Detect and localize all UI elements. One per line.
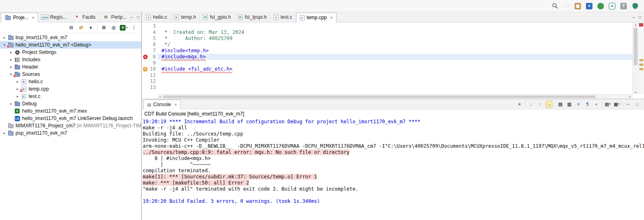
previous-error-icon[interactable]: ↑ bbox=[536, 101, 543, 108]
editor-tab-fsl-lpspi-h[interactable]: fhfsl_lpspi.h bbox=[235, 12, 270, 22]
warning-overview-marker[interactable] bbox=[640, 68, 643, 70]
console-text: "make -r -j4 all" terminated with exit c… bbox=[143, 186, 358, 192]
tab-console[interactable]: ▤ Console × bbox=[144, 100, 181, 109]
console-error-link[interactable]: make[1]: *** [Sources/subdir.mk:37: Sour… bbox=[143, 174, 317, 180]
expand-arrow-icon[interactable]: ▸ bbox=[2, 131, 7, 135]
minimize-icon[interactable]: ─ bbox=[632, 15, 635, 20]
console-error-link[interactable]: make: *** [makefile:50: all] Error 2 bbox=[143, 180, 249, 186]
editor-tab-hello-c[interactable]: chello.c bbox=[143, 12, 171, 22]
tree-item[interactable]: ▸Includes bbox=[0, 56, 141, 63]
build-targets-icon[interactable]: ⊞ bbox=[100, 24, 107, 31]
maximize-icon[interactable]: □ bbox=[639, 15, 641, 20]
link-with-editor-icon[interactable]: ⇄ bbox=[77, 24, 84, 31]
editor-tab-fsl-gpio-h[interactable]: fhfsl_gpio.h bbox=[200, 12, 234, 22]
next-error-icon[interactable]: ↓ bbox=[527, 101, 534, 108]
code-line[interactable]: 12 bbox=[142, 78, 633, 84]
overview-ruler[interactable] bbox=[638, 22, 644, 94]
scroll-right-icon[interactable]: ▸ bbox=[628, 95, 633, 99]
tree-item[interactable]: ▸c×temp.cpp bbox=[0, 85, 141, 93]
scroll-up-icon[interactable]: ▲ bbox=[633, 23, 638, 26]
close-icon[interactable]: × bbox=[174, 102, 177, 107]
editor-horizontal-scrollbar[interactable]: ◂ ▸ bbox=[157, 94, 633, 99]
line-number: 3 bbox=[148, 23, 157, 29]
minimize-icon[interactable]: ─ bbox=[130, 15, 133, 20]
code-view[interactable]: 34 * Created on: Mar 13, 20245 * Author:… bbox=[142, 23, 633, 91]
code-line[interactable]: 7#include<temp.h> bbox=[142, 48, 633, 54]
scrollbar-thumb[interactable] bbox=[634, 28, 637, 65]
tree-item[interactable]: ▾×Sources bbox=[0, 71, 141, 78]
spring-settings-icon[interactable]: ◎ bbox=[110, 24, 117, 31]
open-console-icon[interactable]: ▣▾ bbox=[613, 101, 620, 108]
maximize-icon[interactable]: □ bbox=[634, 101, 641, 108]
code-line[interactable]: ?10#include <fsl_adc_etc.h> bbox=[142, 66, 633, 72]
view-tab-perip[interactable]: ılıPerip... bbox=[99, 12, 130, 22]
build-tools-icon[interactable]: × bbox=[585, 2, 593, 10]
usb-icon[interactable]: Y bbox=[619, 2, 628, 10]
code-line[interactable]: ×8#include<mqx.h> bbox=[142, 54, 633, 60]
tree-item[interactable]: ×hello_imxrt1170_evk_m7.mex bbox=[0, 107, 141, 115]
minimize-icon[interactable]: ─ bbox=[625, 101, 632, 108]
expand-arrow-icon[interactable]: ▸ bbox=[15, 94, 20, 98]
expand-arrow-icon[interactable]: ▸ bbox=[8, 102, 14, 106]
editor-tab-temp-cpp[interactable]: ctemp.cpp× bbox=[296, 13, 337, 22]
icon-shape: ⊟ bbox=[69, 25, 73, 30]
clean-tool-icon[interactable]: ×▾ bbox=[120, 24, 128, 31]
filter-icon[interactable]: ▼ bbox=[87, 24, 94, 31]
show-error-in-editor-icon[interactable]: → bbox=[545, 101, 552, 108]
expand-arrow-icon[interactable]: ▸ bbox=[15, 80, 20, 84]
expand-arrow-icon[interactable]: ▸ bbox=[8, 50, 14, 54]
tree-item[interactable]: ▸ctest.c bbox=[0, 93, 141, 100]
code-line[interactable]: 9 bbox=[142, 60, 633, 66]
warning-overview-marker[interactable] bbox=[640, 64, 643, 66]
debug-green-icon[interactable] bbox=[597, 2, 605, 10]
tree-item[interactable]: ▸Project Settings bbox=[0, 49, 141, 56]
scroll-down-icon[interactable]: ▼ bbox=[633, 91, 638, 94]
error-overview-marker[interactable] bbox=[639, 23, 643, 27]
tree-item[interactable]: ▸Debug bbox=[0, 100, 141, 107]
perspective-grid-icon[interactable]: ▦ bbox=[574, 2, 582, 10]
help-marker-icon[interactable]: ? bbox=[142, 66, 148, 72]
close-icon[interactable]: × bbox=[330, 16, 332, 20]
code-line[interactable]: 3 bbox=[142, 23, 633, 29]
tree-item[interactable]: ▾×hello_imxrt1170_evk_m7 <Debug> bbox=[0, 41, 141, 49]
tree-item[interactable]: ▸Header bbox=[0, 63, 141, 71]
scroll-lock-icon[interactable]: ≡ bbox=[575, 101, 582, 108]
tree-item[interactable]: MIMXRT1176_Project_cm7(in MIMXRT1176_Pro… bbox=[0, 122, 141, 129]
code-line[interactable]: 6 */ bbox=[142, 42, 633, 48]
expand-arrow-icon[interactable]: ▸ bbox=[8, 65, 14, 69]
code-line[interactable]: 11 bbox=[142, 72, 633, 78]
view-tab-faults[interactable]: *Faults bbox=[70, 12, 99, 22]
secure-shield-icon[interactable] bbox=[631, 2, 639, 10]
expand-arrow-icon[interactable]: ▸ bbox=[2, 36, 7, 40]
search-icon[interactable] bbox=[551, 2, 559, 10]
error-marker-icon[interactable]: × bbox=[142, 54, 148, 60]
tree-item[interactable]: ▸psp_imxrt1170_evk_m7 bbox=[0, 129, 141, 137]
analysis-bars-icon[interactable]: ılı bbox=[608, 2, 616, 10]
tree-item[interactable]: ▸bsp_imxrt1170_evk_m7 bbox=[0, 34, 141, 41]
editor-tab-temp-h[interactable]: htemp.h bbox=[171, 12, 200, 22]
word-wrap-icon[interactable]: ¶ bbox=[584, 101, 591, 108]
editor-tab-test-c[interactable]: ctest.c bbox=[270, 12, 296, 22]
maximize-icon[interactable]: □ bbox=[137, 15, 139, 20]
view-tab-proje[interactable]: Proje...× bbox=[1, 13, 38, 22]
import-log-icon[interactable]: ▥ bbox=[566, 101, 573, 108]
export-log-icon[interactable]: ▤ bbox=[557, 101, 564, 108]
scrollbar-thumb[interactable] bbox=[163, 96, 596, 98]
tree-item[interactable]: ▸chello.c bbox=[0, 78, 141, 85]
code-line[interactable]: 13 bbox=[142, 84, 633, 91]
tree-item[interactable]: LShello_imxrt1170_evk_m7 LinkServer Debu… bbox=[0, 115, 141, 122]
close-icon[interactable]: × bbox=[32, 16, 34, 20]
clear-console-icon[interactable]: × bbox=[516, 101, 523, 108]
editor-vertical-scrollbar[interactable]: ▲ ▼ bbox=[633, 22, 638, 94]
display-selected-console-icon[interactable]: ▤▾ bbox=[604, 101, 611, 108]
pin-console-icon[interactable]: ▪ bbox=[593, 101, 600, 108]
scroll-left-icon[interactable]: ◂ bbox=[157, 95, 162, 99]
code-line[interactable]: 5 * Author: 40025709 bbox=[142, 36, 633, 42]
view-tab-regis[interactable]: 1010Regis... bbox=[38, 12, 70, 22]
collapse-all-icon[interactable]: ⊟ bbox=[67, 24, 74, 31]
code-line[interactable]: 4 * Created on: Mar 13, 2024 bbox=[142, 29, 633, 36]
console-error-link[interactable]: ../Sources/temp.cpp:8:9: fatal error: mq… bbox=[143, 149, 350, 155]
view-menu-icon[interactable]: ⋮ bbox=[130, 24, 137, 31]
expand-arrow-icon[interactable]: ▸ bbox=[8, 58, 14, 62]
warning-overview-marker[interactable] bbox=[640, 59, 643, 61]
